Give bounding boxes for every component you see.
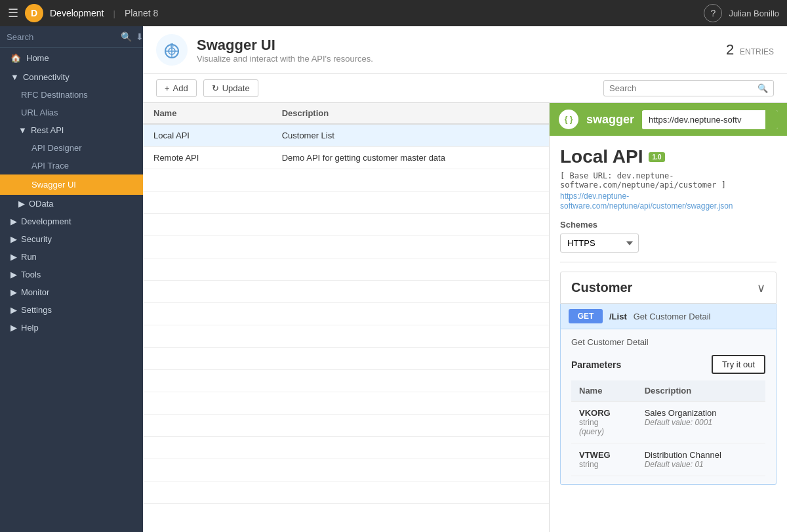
customer-section-header[interactable]: Customer ∨ [560,272,777,304]
divider [560,262,777,262]
page-subtitle: Visualize and interact with the API's re… [197,54,373,64]
search-input[interactable] [7,32,117,42]
content-header: Swagger UI Visualize and interact with t… [143,26,787,74]
empty-row [143,437,549,459]
search-icon: 🔍 [121,31,132,42]
help-button[interactable]: ? [704,4,722,22]
sidebar-item-home[interactable]: 🏠 Home [0,48,143,68]
empty-row [143,392,549,415]
params-header-row: Parameters Try it out [571,355,765,374]
user-name[interactable]: Julian Bonillo [729,9,779,18]
topbar: ☰ D Development | Planet 8 ? Julian Boni… [0,0,787,26]
sidebar-item-api-trace[interactable]: API Trace [0,157,143,174]
toolbar: + + Add Add ↻ Update 🔍 [143,74,787,103]
schemes-select[interactable]: HTTPS [560,234,639,253]
sidebar-item-url-alias[interactable]: URL Alias [0,104,143,121]
param-name-cell: VTWEG string [571,443,637,476]
empty-row [143,258,549,281]
update-button[interactable]: ↻ Update [203,79,258,97]
explore-button[interactable]: Explore [765,110,778,129]
param-type: string [579,460,629,469]
empty-row [143,481,549,504]
expand-icon: ▶ [10,216,17,226]
toolbar-search-input[interactable] [609,83,754,93]
row-name: Local API [153,131,282,140]
empty-row [143,325,549,348]
row-description: Demo API for getting customer master dat… [282,153,538,163]
sidebar-item-tools[interactable]: ▶ Tools [0,266,143,283]
sidebar-item-run[interactable]: ▶ Run [0,248,143,266]
endpoint-header[interactable]: GET /List Get Customer Detail [561,304,776,329]
col-name: Name [153,108,282,118]
expand-icon: ▶ [10,234,17,244]
home-icon: 🏠 [10,53,21,63]
title-separator: | [113,9,115,18]
param-name: VTWEG [579,450,629,460]
add-icon: + [165,83,170,93]
entries-count-area: 2 ENTRIES [726,41,774,58]
toolbar-search-bar[interactable]: 🔍 [603,80,774,96]
row-name: Remote API [153,153,282,163]
table-row[interactable]: Remote API Demo API for getting customer… [143,147,549,169]
sidebar-item-label: Settings [21,305,52,315]
sidebar-item-rfc-destinations[interactable]: RFC Destinations [0,86,143,104]
sidebar: 🔍 ⬇ ⬆ 🏠 Home ▼ Connectivity RFC Destinat… [0,26,143,532]
table-row[interactable]: Local API Customer List [143,125,549,147]
entries-number: 2 [726,41,734,58]
endpoint-summary: Get Customer Detail [571,337,765,347]
param-in: (query) [579,427,629,436]
sidebar-item-connectivity[interactable]: ▼ Connectivity [0,68,143,86]
param-description: Distribution Channel [645,450,757,460]
page-icon [156,34,188,66]
menu-icon[interactable]: ☰ [8,6,18,20]
sidebar-item-odata[interactable]: ▶ OData [0,195,143,213]
sidebar-item-rest-api[interactable]: ▼ Rest API [0,121,143,139]
sidebar-item-label: OData [29,199,54,209]
sidebar-item-swagger-ui[interactable]: Swagger UI [0,174,143,195]
app-subtitle: Planet 8 [125,8,158,18]
col-description: Description [282,108,538,118]
param-type: string [579,418,629,427]
try-it-button[interactable]: Try it out [712,355,765,374]
empty-row [143,303,549,325]
page-header-text: Swagger UI Visualize and interact with t… [197,37,373,64]
swagger-logo-icon: { } [559,110,578,129]
sidebar-item-label: Connectivity [23,72,70,82]
param-desc-cell: Distribution Channel Default value: 01 [637,443,765,476]
split-pane: Name Description Local API Customer List… [143,103,787,532]
empty-row [143,236,549,258]
api-base-url: [ Base URL: dev.neptune-software.com/nep… [560,171,777,190]
swagger-topbar: { } swagger Explore [550,103,787,136]
sidebar-item-label: Home [26,53,49,63]
sidebar-item-settings[interactable]: ▶ Settings [0,301,143,319]
add-button[interactable]: + + Add Add [156,79,197,97]
row-description: Customer List [282,131,538,140]
sidebar-item-api-designer[interactable]: API Designer [0,139,143,157]
api-title: Local API [560,146,643,167]
sidebar-item-label: Development [21,216,71,226]
swagger-brand: swagger [586,113,634,127]
param-name: VKORG [579,408,629,418]
expand-icon: ▶ [10,287,17,297]
customer-section: Customer ∨ GET /List Get Customer Detail… [560,272,777,485]
sidebar-item-development[interactable]: ▶ Development [0,213,143,230]
entries-label: ENTRIES [740,47,774,56]
sidebar-item-monitor[interactable]: ▶ Monitor [0,283,143,301]
sidebar-item-help[interactable]: ▶ Help [0,319,143,337]
sidebar-search-bar[interactable]: 🔍 ⬇ ⬆ [0,26,143,48]
swagger-json-link[interactable]: https://dev.neptune-software.com/neptune… [560,192,733,211]
sidebar-item-security[interactable]: ▶ Security [0,230,143,248]
param-desc-cell: Sales Organization Default value: 0001 [637,401,765,443]
swagger-url-input[interactable] [642,111,765,129]
refresh-icon: ↻ [212,83,219,93]
customer-title: Customer [571,280,632,295]
app-title: Development [50,8,104,18]
expand-icon: ▶ [10,252,17,262]
expand-icon: ▼ [10,72,19,82]
collapse-all-icon[interactable]: ⬇ [136,31,143,42]
search-icon: 🔍 [757,83,768,93]
expand-icon: ▶ [10,305,17,315]
col-name: Name [571,380,637,401]
param-row: VKORG string (query) Sales Organization [571,401,765,443]
method-badge: GET [569,309,603,323]
